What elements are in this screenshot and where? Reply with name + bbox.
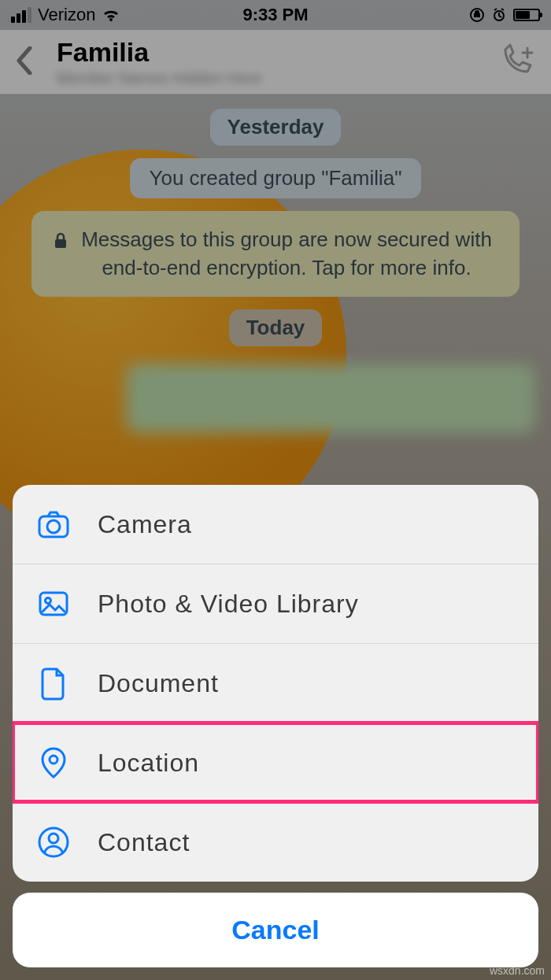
svg-point-9 (49, 834, 58, 843)
svg-point-7 (50, 756, 57, 764)
photo-icon (36, 586, 71, 621)
attach-photo-library[interactable]: Photo & Video Library (13, 564, 538, 643)
attach-document[interactable]: Document (13, 643, 538, 723)
item-label: Location (98, 749, 199, 778)
item-label: Photo & Video Library (98, 590, 359, 619)
contact-icon (36, 825, 71, 860)
attach-location[interactable]: Location (13, 723, 538, 802)
svg-point-6 (46, 598, 51, 604)
location-icon (36, 745, 71, 780)
attach-contact[interactable]: Contact (13, 802, 538, 882)
camera-icon (36, 507, 71, 542)
svg-point-4 (47, 520, 60, 533)
cancel-button[interactable]: Cancel (13, 893, 538, 967)
attachment-sheet: Camera Photo & Video Library Document Lo… (13, 485, 538, 967)
document-icon (36, 666, 71, 701)
item-label: Camera (98, 510, 192, 539)
attach-camera[interactable]: Camera (13, 485, 538, 564)
item-label: Contact (98, 828, 190, 857)
item-label: Document (98, 669, 219, 698)
watermark: wsxdn.com (490, 964, 545, 977)
